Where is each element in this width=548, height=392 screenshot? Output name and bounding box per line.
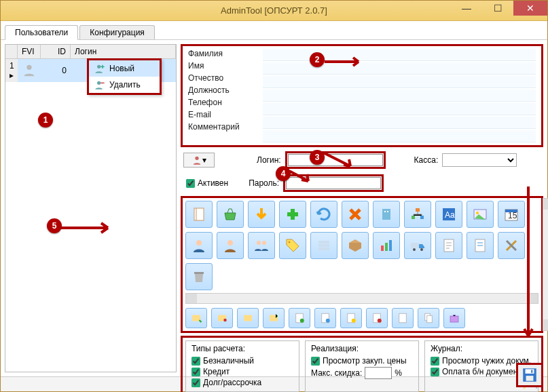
- tab-users[interactable]: Пользователи: [5, 25, 78, 39]
- perm-user2-icon[interactable]: [217, 232, 244, 259]
- perm-stack-icon[interactable]: [310, 232, 337, 259]
- label-position: Должность: [188, 85, 263, 95]
- svg-rect-36: [192, 315, 200, 321]
- perm-building-icon[interactable]: [373, 201, 400, 228]
- svg-rect-8: [387, 211, 388, 212]
- cell-id: 0: [41, 64, 71, 77]
- user-type-dropdown[interactable]: ▾: [183, 153, 215, 168]
- label-firstname: Имя: [188, 61, 263, 71]
- svg-rect-28: [385, 243, 388, 251]
- menu-delete[interactable]: Удалить: [89, 77, 160, 93]
- svg-rect-56: [531, 370, 532, 372]
- floppy-icon: [521, 366, 538, 384]
- svg-rect-49: [399, 313, 407, 323]
- svg-point-19: [196, 240, 202, 246]
- perm-delete-icon[interactable]: [342, 201, 369, 228]
- chk-credit[interactable]: Кредит: [191, 367, 293, 376]
- input-email[interactable]: [263, 117, 536, 129]
- payment-title: Типы расчета:: [191, 344, 293, 353]
- kassa-dropdown[interactable]: [442, 153, 517, 167]
- perm-tools-icon[interactable]: [498, 232, 525, 259]
- input-lastname[interactable]: [263, 49, 536, 61]
- input-phone[interactable]: [263, 103, 536, 115]
- perm-arrow-down-icon[interactable]: [248, 201, 275, 228]
- group-payment: Типы расчета: Безналичный Кредит Долг/ра…: [185, 340, 299, 392]
- perm-doc1-icon[interactable]: [435, 232, 462, 259]
- sperm-6-icon[interactable]: [314, 308, 336, 328]
- col-login[interactable]: Логин: [71, 45, 176, 58]
- arrow-icon: [60, 221, 115, 235]
- horizontal-scrollbar[interactable]: [185, 293, 538, 304]
- context-menu: Новый Удалить: [87, 58, 162, 95]
- perm-calendar-icon[interactable]: 15: [498, 201, 525, 228]
- arrow-icon: [323, 153, 357, 169]
- svg-rect-25: [318, 244, 329, 247]
- sperm-3-icon[interactable]: [237, 308, 259, 328]
- sperm-8-icon[interactable]: [366, 308, 388, 328]
- sperm-11-icon[interactable]: [443, 308, 465, 328]
- sperm-1-icon[interactable]: [185, 308, 207, 328]
- perm-truck-icon[interactable]: [404, 232, 431, 259]
- label-lastname: Фамилия: [188, 49, 263, 58]
- perm-user1-icon[interactable]: [185, 232, 213, 259]
- sperm-2-icon[interactable]: [211, 308, 233, 328]
- titlebar: AdminTool [ОПСУРТ 2.0.7] — ☐ ✕: [1, 1, 547, 21]
- close-button[interactable]: ✕: [513, 1, 547, 16]
- arrow-down-icon: [523, 187, 534, 342]
- input-position[interactable]: [263, 90, 536, 102]
- sperm-5-icon[interactable]: [289, 308, 310, 328]
- active-checkbox[interactable]: Активен: [186, 178, 228, 188]
- svg-point-3: [195, 157, 198, 160]
- svg-rect-24: [318, 241, 329, 243]
- perm-tag-icon[interactable]: [279, 232, 306, 259]
- sperm-4-icon[interactable]: [263, 308, 285, 328]
- chk-view-prices[interactable]: Просмотр закуп. цены: [311, 356, 413, 366]
- vertical-scrollbar[interactable]: [543, 198, 548, 331]
- svg-point-22: [262, 241, 266, 245]
- svg-rect-6: [382, 209, 390, 220]
- perm-box-icon[interactable]: [342, 232, 369, 259]
- sperm-9-icon[interactable]: [392, 308, 414, 328]
- perm-refresh-icon[interactable]: [310, 201, 337, 228]
- input-firstname[interactable]: [263, 62, 536, 75]
- col-fvi[interactable]: FVI: [18, 45, 41, 58]
- perm-font-icon[interactable]: Aa: [435, 201, 462, 228]
- app-window: AdminTool [ОПСУРТ 2.0.7] — ☐ ✕ Пользоват…: [0, 0, 548, 392]
- auth-row: ▾ Логин: Касса:: [181, 150, 543, 170]
- max-discount-input[interactable]: [365, 367, 392, 379]
- sperm-10-icon[interactable]: [418, 308, 439, 328]
- svg-point-23: [289, 241, 291, 243]
- perm-chart-icon[interactable]: [373, 232, 400, 259]
- svg-point-15: [476, 212, 479, 214]
- perm-notebook-icon[interactable]: [185, 201, 213, 228]
- perm-plus-icon[interactable]: [279, 201, 306, 228]
- input-comment[interactable]: [263, 130, 536, 142]
- perm-org-icon[interactable]: [404, 201, 431, 228]
- minimize-button[interactable]: —: [451, 1, 482, 16]
- perm-image-icon[interactable]: [467, 201, 494, 228]
- badge-2: 2: [310, 52, 325, 67]
- chk-cashless[interactable]: Безналичный: [191, 356, 293, 366]
- svg-rect-51: [427, 315, 433, 323]
- svg-point-21: [257, 241, 261, 245]
- chk-debt[interactable]: Долг/рассрочка: [191, 378, 293, 387]
- perm-users-icon[interactable]: [248, 232, 275, 259]
- svg-rect-54: [526, 369, 534, 374]
- input-patronymic[interactable]: [263, 76, 536, 88]
- svg-text:15: 15: [508, 211, 517, 220]
- svg-rect-10: [412, 216, 415, 219]
- sperm-7-icon[interactable]: [340, 308, 362, 328]
- col-id[interactable]: ID: [41, 45, 71, 58]
- max-discount-label: Макс. скидка:: [311, 368, 362, 378]
- sales-title: Реализация:: [311, 344, 413, 353]
- row-marker: 1 ▸: [5, 59, 18, 82]
- tab-config[interactable]: Конфигурация: [79, 25, 155, 39]
- perm-basket-icon[interactable]: [217, 201, 244, 228]
- permissions-panel: Aa 15: [181, 196, 543, 333]
- menu-new[interactable]: Новый: [89, 60, 160, 77]
- save-button[interactable]: [516, 363, 543, 387]
- perm-trash-icon[interactable]: [185, 263, 213, 290]
- perm-doc2-icon[interactable]: [467, 232, 494, 259]
- menu-new-label: Новый: [109, 64, 134, 73]
- maximize-button[interactable]: ☐: [482, 1, 513, 16]
